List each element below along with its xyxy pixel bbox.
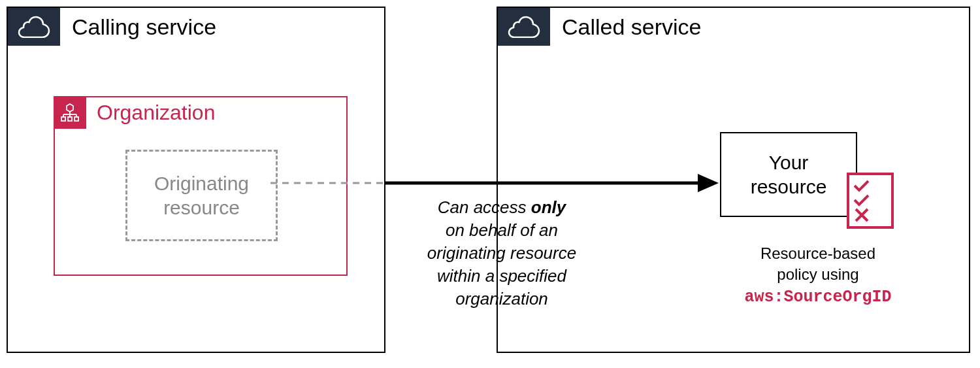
organization-icon (54, 96, 86, 129)
calling-service-title: Calling service (60, 14, 216, 40)
cloud-icon (498, 8, 550, 46)
svg-rect-6 (68, 117, 72, 121)
policy-line2: policy using (777, 265, 858, 283)
organization-header: Organization (54, 96, 215, 129)
policy-checklist-icon (844, 170, 896, 235)
arrow-label: Can access only on behalf of an originat… (397, 196, 606, 310)
called-service-title: Called service (550, 14, 702, 40)
calling-service-box: Calling service (7, 7, 385, 353)
policy-line1: Resource-based (760, 244, 875, 262)
originating-resource-box: Originating resource (125, 150, 278, 241)
cloud-icon (8, 8, 60, 46)
arrow-label-pre: Can access (438, 197, 531, 217)
organization-title: Organization (86, 101, 215, 125)
your-resource-box: Your resource (720, 132, 857, 217)
calling-service-header: Calling service (8, 8, 216, 46)
organization-box: Organization Originating resource (54, 96, 348, 276)
svg-rect-7 (74, 117, 78, 121)
called-service-header: Called service (498, 8, 702, 46)
originating-resource-text: Originating resource (154, 171, 249, 220)
arrow-label-rest: on behalf of an originating resource wit… (427, 220, 576, 309)
policy-code: aws:SourceOrgID (744, 288, 891, 307)
your-resource-text: Your resource (751, 150, 827, 199)
arrow-label-bold: only (531, 197, 566, 217)
policy-text: Resource-based policy using aws:SourceOr… (713, 243, 923, 309)
svg-rect-5 (61, 117, 65, 121)
